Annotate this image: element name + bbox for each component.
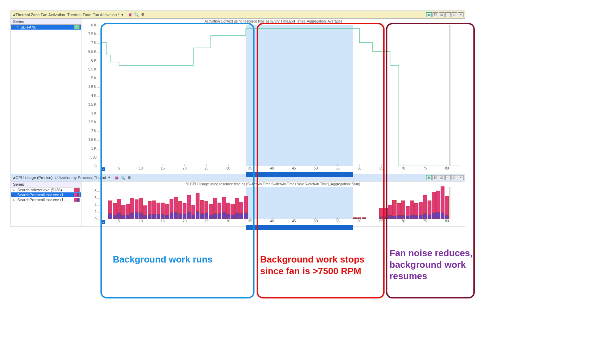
maximize-icon[interactable]: □ bbox=[452, 12, 457, 17]
series-swatch bbox=[74, 25, 80, 29]
top-panel-title: Thermal Zone Fan Activation bbox=[16, 13, 65, 17]
series-swatch bbox=[74, 198, 80, 202]
series-item[interactable]: ▹ SearchProtocolHost.exe (1… bbox=[11, 197, 81, 202]
view-split-icon[interactable]: ▤ bbox=[439, 12, 444, 17]
expand-icon[interactable]: ▹ bbox=[12, 198, 16, 202]
series-item[interactable]: ▹ \_SB.FAN0 bbox=[11, 25, 81, 30]
annotation-box-1 bbox=[100, 23, 254, 237]
top-panel-tools: ▣ 🔍 ⚙ bbox=[128, 12, 145, 17]
close-icon[interactable]: ✕ bbox=[458, 12, 464, 17]
series-header: Series bbox=[11, 19, 81, 25]
top-panel-titlebar[interactable]: ◢ Thermal Zone Fan Activation Thermal Zo… bbox=[11, 11, 465, 19]
search-icon[interactable]: 🔍 bbox=[134, 12, 139, 17]
top-panel-subtitle: Thermal Zone Fan Activation * bbox=[67, 13, 119, 17]
dropdown-icon[interactable]: ▼ bbox=[121, 13, 124, 17]
bottom-series-pane: Series ▹ SearchIndexer.exe (5136) ▹ Sear… bbox=[11, 181, 81, 227]
series-swatch bbox=[74, 193, 80, 197]
view-table-icon[interactable]: ☷ bbox=[433, 12, 438, 17]
minimize-icon[interactable]: — bbox=[445, 12, 451, 17]
bottom-panel-subtitle: Utilization by Process, Thread bbox=[55, 175, 106, 180]
series-swatch bbox=[74, 188, 80, 192]
series-label: SearchProtocolHost.exe (1… bbox=[17, 198, 73, 202]
expand-icon[interactable]: ▹ bbox=[12, 25, 16, 29]
top-panel-window-controls: ▦ ☷ ▤ — □ ✕ bbox=[426, 12, 464, 17]
series-header: Series bbox=[11, 181, 81, 187]
series-item[interactable]: ▹ SearchProtocolHost.exe (1… bbox=[11, 192, 81, 197]
expand-icon[interactable]: ▹ bbox=[12, 188, 16, 192]
series-item[interactable]: ▹ SearchIndexer.exe (5136) bbox=[11, 187, 81, 192]
collapse-icon[interactable]: ◢ bbox=[12, 13, 15, 17]
series-label: SearchIndexer.exe (5136) bbox=[17, 188, 73, 192]
collapse-icon[interactable]: ◢ bbox=[12, 176, 15, 179]
annotation-box-2 bbox=[257, 23, 385, 237]
series-label: \_SB.FAN0 bbox=[17, 25, 73, 29]
preset-icon[interactable]: ▣ bbox=[128, 12, 132, 17]
series-label: SearchProtocolHost.exe (1… bbox=[17, 193, 73, 197]
top-series-pane: Series ▹ \_SB.FAN0 bbox=[11, 19, 81, 174]
gear-icon[interactable]: ⚙ bbox=[141, 12, 145, 17]
expand-icon[interactable]: ▹ bbox=[12, 193, 16, 197]
bottom-panel-title: CPU Usage (Precise) bbox=[16, 175, 53, 180]
view-graph-icon[interactable]: ▦ bbox=[426, 12, 432, 17]
annotation-box-3 bbox=[386, 23, 475, 237]
